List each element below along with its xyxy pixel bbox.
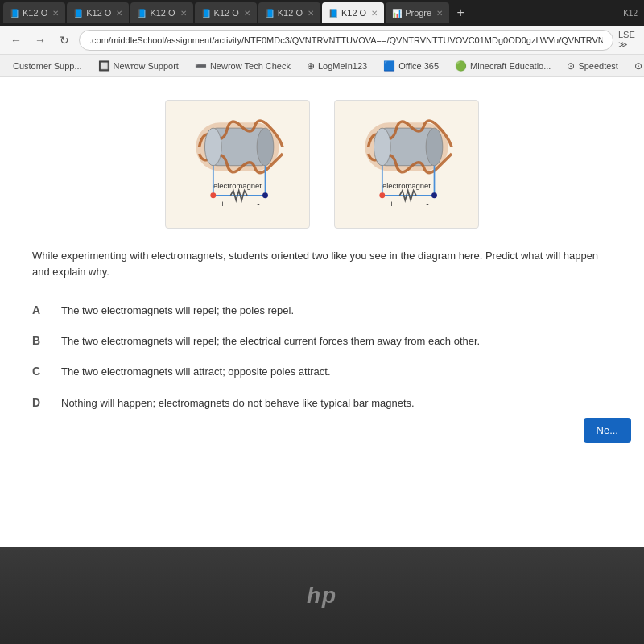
tab-1-label: K12 O xyxy=(23,8,47,18)
tab-5-label: K12 O xyxy=(278,8,303,18)
diagram-right: electromagnet + - xyxy=(334,100,479,229)
tab-4[interactable]: 📘 K12 O ✕ xyxy=(195,2,257,23)
newrow-tech-icon: ➖ xyxy=(195,60,207,72)
page-content: electromagnet + xyxy=(0,77,644,547)
choice-b[interactable]: B The two electromagnets will repel; the… xyxy=(32,326,612,357)
tab-2-close[interactable]: ✕ xyxy=(116,9,122,18)
bottom-area: Ne... xyxy=(584,418,631,443)
address-input[interactable] xyxy=(79,30,613,51)
svg-text:electromagnet: electromagnet xyxy=(382,181,431,190)
tab-4-close[interactable]: ✕ xyxy=(244,9,250,18)
bookmarks-bar: Customer Supp... 🔲 Newrow Support ➖ Newr… xyxy=(0,55,644,77)
screen: 📘 K12 O ✕ 📘 K12 O ✕ 📘 K12 O ✕ 📘 K12 O ✕ xyxy=(0,0,644,547)
tab-6-close[interactable]: ✕ xyxy=(371,9,378,18)
choice-d[interactable]: D Nothing will happen; electromagnets do… xyxy=(32,388,612,419)
tab-2-icon: 📘 xyxy=(73,9,83,18)
forward-button[interactable]: → xyxy=(31,31,50,50)
bookmark-newrow-tech-label: Newrow Tech Check xyxy=(210,61,291,71)
logmein-icon: ⊕ xyxy=(307,60,315,72)
diagram-left-svg: electromagnet + xyxy=(174,109,301,220)
tab-5-icon: 📘 xyxy=(265,9,275,18)
bookmark-speedtest-label: Speedtest xyxy=(578,61,618,71)
diagram-right-svg: electromagnet + - xyxy=(343,109,470,220)
tab-4-label: K12 O xyxy=(214,8,239,18)
bookmark-newrow-support[interactable]: 🔲 Newrow Support xyxy=(92,59,185,73)
diagram-left: electromagnet + xyxy=(165,100,310,229)
address-bar-row: ← → ↻ LSE ≫ xyxy=(0,26,644,55)
next-button[interactable]: Ne... xyxy=(584,418,631,443)
choice-a-text: The two electromagnets will repel; the p… xyxy=(61,303,294,318)
choice-d-text: Nothing will happen; electromagnets do n… xyxy=(61,396,415,411)
extensions-button[interactable]: LSE ≫ xyxy=(618,31,638,50)
svg-text:+: + xyxy=(220,200,225,208)
bookmark-newrow-support-label: Newrow Support xyxy=(114,61,179,71)
bookmark-newrow-tech[interactable]: ➖ Newrow Tech Check xyxy=(188,59,297,73)
browser-taskbar: 📘 K12 O ✕ 📘 K12 O ✕ 📘 K12 O ✕ 📘 K12 O ✕ xyxy=(0,0,644,26)
svg-point-3 xyxy=(204,128,221,166)
svg-text:-: - xyxy=(257,200,259,208)
system-tray: K12 xyxy=(623,9,641,18)
tab-1-icon: 📘 xyxy=(10,9,19,18)
svg-point-4 xyxy=(257,128,274,166)
tab-4-icon: 📘 xyxy=(201,9,211,18)
tab-3-icon: 📘 xyxy=(137,9,147,18)
bookmark-minecraft[interactable]: 🟢 Minecraft Educatio... xyxy=(448,59,557,73)
choice-d-letter: D xyxy=(32,396,48,409)
svg-point-9 xyxy=(210,192,216,198)
tab-6-label: K12 O xyxy=(341,8,366,18)
office365-icon: 🟦 xyxy=(383,60,395,72)
choice-a[interactable]: A The two electromagnets will repel; the… xyxy=(32,295,612,326)
tab-6[interactable]: 📘 K12 O ✕ xyxy=(322,2,384,23)
tab-7-icon: 📊 xyxy=(392,9,402,18)
new-tab-button[interactable]: + xyxy=(451,3,470,23)
choice-a-letter: A xyxy=(32,303,48,316)
tab-7[interactable]: 📊 Progre ✕ xyxy=(386,2,449,23)
bookmark-office365-label: Office 365 xyxy=(398,61,439,71)
svg-point-23 xyxy=(431,192,437,198)
tab-7-close[interactable]: ✕ xyxy=(436,9,443,18)
refresh-button[interactable]: ↻ xyxy=(55,31,74,50)
svg-text:-: - xyxy=(426,200,428,208)
svg-point-17 xyxy=(426,128,443,166)
svg-point-22 xyxy=(379,192,385,198)
tab-3[interactable]: 📘 K12 O ✕ xyxy=(130,2,192,23)
tray-label: K12 xyxy=(623,9,638,18)
bookmark-logmein[interactable]: ⊕ LogMeIn123 xyxy=(300,59,374,73)
speedtest-icon: ⊙ xyxy=(567,60,575,72)
question-text: While experimenting with electromagnets,… xyxy=(32,248,612,279)
tab-2[interactable]: 📘 K12 O ✕ xyxy=(67,2,129,23)
tab-3-close[interactable]: ✕ xyxy=(180,9,187,18)
minecraft-icon: 🟢 xyxy=(455,60,467,72)
bookmark-speedtest[interactable]: ⊙ Speedtest xyxy=(560,59,625,73)
tab-6-icon: 📘 xyxy=(328,9,338,18)
bookmark-whatismybrowser[interactable]: ⊙ What Is My Brow xyxy=(628,59,644,73)
bookmark-minecraft-label: Minecraft Educatio... xyxy=(470,61,551,71)
tab-1-close[interactable]: ✕ xyxy=(52,9,59,18)
tab-1[interactable]: 📘 K12 O ✕ xyxy=(3,2,65,23)
whatismybrowser-icon: ⊙ xyxy=(634,60,642,72)
laptop-base: hp xyxy=(0,547,644,644)
bookmark-customer-support-label: Customer Supp... xyxy=(13,61,82,71)
svg-text:electromagnet: electromagnet xyxy=(213,181,262,190)
bookmark-logmein-label: LogMeIn123 xyxy=(318,61,367,71)
choice-c-letter: C xyxy=(32,365,48,378)
diagrams-container: electromagnet + xyxy=(32,100,612,229)
back-button[interactable]: ← xyxy=(6,31,26,50)
tab-2-label: K12 O xyxy=(86,8,111,18)
tab-5[interactable]: 📘 K12 O ✕ xyxy=(258,2,320,23)
choice-c[interactable]: C The two electromagnets will attract; o… xyxy=(32,357,612,387)
tab-5-close[interactable]: ✕ xyxy=(308,9,314,18)
svg-point-10 xyxy=(262,192,268,198)
svg-point-16 xyxy=(374,128,390,166)
tab-3-label: K12 O xyxy=(150,8,175,18)
laptop-outer: 📘 K12 O ✕ 📘 K12 O ✕ 📘 K12 O ✕ 📘 K12 O ✕ xyxy=(0,0,644,644)
choice-b-letter: B xyxy=(32,334,48,347)
bookmark-customer-support[interactable]: Customer Supp... xyxy=(6,60,89,72)
choice-b-text: The two electromagnets will repel; the e… xyxy=(61,334,480,349)
bookmark-office365[interactable]: 🟦 Office 365 xyxy=(377,59,445,73)
newrow-support-icon: 🔲 xyxy=(98,60,110,72)
tab-7-label: Progre xyxy=(405,8,431,18)
hp-logo: hp xyxy=(307,583,337,609)
choice-c-text: The two electromagnets will attract; opp… xyxy=(61,365,331,379)
svg-text:+: + xyxy=(389,200,394,208)
